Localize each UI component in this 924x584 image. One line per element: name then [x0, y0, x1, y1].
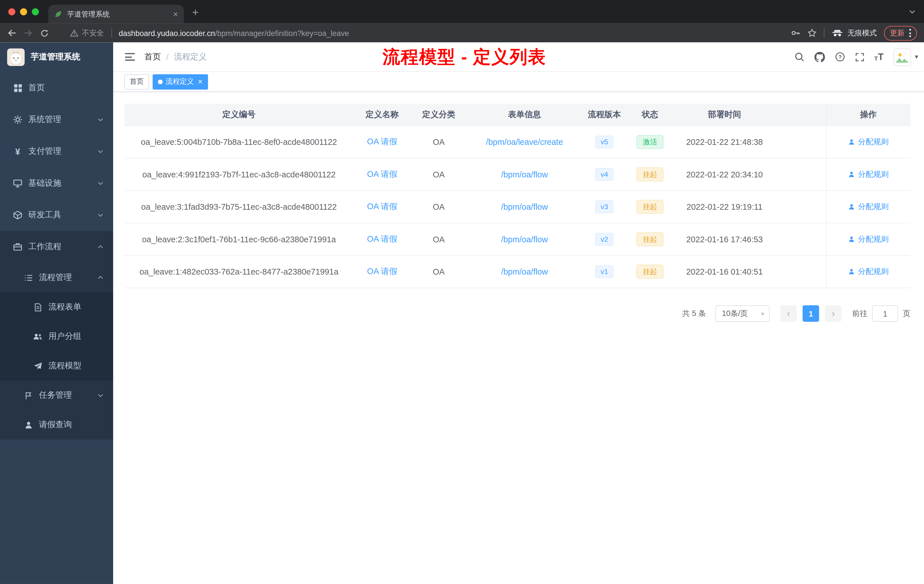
- assign-rule-link[interactable]: 分配规则: [848, 234, 889, 244]
- chevron-down-icon: [97, 212, 104, 218]
- gear-icon: [13, 115, 22, 124]
- tab-close-icon[interactable]: ×: [173, 10, 178, 18]
- sidebar-item-task-management[interactable]: 任务管理: [0, 381, 113, 410]
- avatar: [894, 48, 911, 66]
- assign-rule-link[interactable]: 分配规则: [848, 201, 889, 212]
- current-page-button[interactable]: 1: [803, 305, 819, 322]
- tag-label: 首页: [130, 77, 144, 87]
- form-link[interactable]: /bpm/oa/flow: [501, 234, 548, 244]
- sidebar-item-infrastructure[interactable]: 基础设施: [0, 167, 113, 199]
- sidebar-item-workflow[interactable]: 工作流程: [0, 231, 113, 263]
- fullscreen-icon[interactable]: [855, 52, 864, 62]
- person-icon: [848, 268, 855, 275]
- table-row: oa_leave:2:3c1f0ef1-76b1-11ec-9c66-a2380…: [124, 223, 910, 256]
- forward-button[interactable]: [24, 28, 33, 38]
- column-header: 部署时间: [673, 109, 776, 120]
- reload-button[interactable]: [40, 28, 49, 38]
- sidebar-item-label: 流程表单: [48, 302, 81, 312]
- browser-update-chip[interactable]: 更新: [884, 26, 917, 41]
- minimize-window-button[interactable]: [20, 8, 27, 15]
- form-link[interactable]: /bpm/oa/leave/create: [486, 137, 563, 147]
- tag-process-definition[interactable]: 流程定义 ×: [153, 74, 208, 89]
- sidebar-item-label: 任务管理: [39, 390, 72, 401]
- tag-home[interactable]: 首页: [124, 74, 149, 89]
- sidebar-item-label: 基础设施: [28, 178, 61, 188]
- version-badge: v1: [595, 265, 613, 278]
- cube-icon: [13, 210, 22, 220]
- sidebar-item-home[interactable]: 首页: [0, 72, 113, 104]
- sidebar-item-process-model[interactable]: 流程模型: [0, 351, 113, 381]
- sidebar-item-user-group[interactable]: 用户分组: [0, 322, 113, 351]
- breadcrumb-home[interactable]: 首页: [144, 51, 161, 62]
- assign-rule-link[interactable]: 分配规则: [848, 169, 889, 180]
- version-badge: v3: [595, 200, 613, 213]
- url-path: /bpm/manager/definition?key=oa_leave: [215, 28, 349, 38]
- next-page-button[interactable]: ›: [825, 305, 842, 322]
- back-button[interactable]: [7, 28, 16, 38]
- definition-category: OA: [411, 170, 467, 179]
- breadcrumb: 首页 / 流程定义: [144, 51, 206, 62]
- assign-rule-link[interactable]: 分配规则: [848, 266, 889, 277]
- monitor-icon: [13, 178, 22, 188]
- list-icon: [24, 273, 33, 282]
- bookmark-star-icon[interactable]: [807, 28, 817, 38]
- definition-name-link[interactable]: OA 请假: [367, 169, 398, 178]
- password-key-icon[interactable]: [791, 28, 800, 38]
- header-actions: ? TT ▾: [794, 48, 918, 66]
- user-menu[interactable]: ▾: [894, 48, 918, 66]
- form-link[interactable]: /bpm/oa/flow: [501, 202, 548, 211]
- sidebar-item-leave-query[interactable]: 请假查询: [0, 410, 113, 440]
- sidebar-item-system[interactable]: 系统管理: [0, 104, 113, 135]
- sidebar-item-dev-tools[interactable]: 研发工具: [0, 199, 113, 231]
- chevron-down-icon: [97, 180, 104, 186]
- svg-text:?: ?: [838, 54, 842, 60]
- form-link[interactable]: /bpm/oa/flow: [501, 267, 548, 276]
- zoom-window-button[interactable]: [32, 8, 39, 15]
- github-icon[interactable]: [814, 51, 825, 62]
- new-tab-button[interactable]: +: [192, 6, 198, 17]
- browser-toolbar: 不安全 dashboard.yudao.iocoder.cn/bpm/manag…: [0, 24, 924, 43]
- goto-label: 前往: [852, 308, 868, 319]
- person-icon: [848, 171, 855, 178]
- pagination: 共 5 条 10条/页 ▾ ‹ 1 › 前往 页: [682, 305, 910, 322]
- app-logo[interactable]: 芋道管理系统: [0, 43, 113, 72]
- deploy-time: 2022-01-16 01:40:51: [673, 267, 776, 276]
- column-header: 定义编号: [124, 109, 353, 120]
- tag-close-icon[interactable]: ×: [198, 78, 203, 86]
- close-window-button[interactable]: [8, 8, 15, 15]
- column-header: 流程版本: [582, 109, 627, 120]
- definition-name-link[interactable]: OA 请假: [367, 234, 398, 243]
- status-badge: 挂起: [637, 232, 664, 246]
- sidebar-item-label: 工作流程: [28, 242, 61, 252]
- definition-name-link[interactable]: OA 请假: [367, 201, 398, 211]
- sidebar-item-process-form[interactable]: 流程表单: [0, 292, 113, 322]
- status-badge: 挂起: [637, 200, 664, 214]
- form-link[interactable]: /bpm/oa/flow: [501, 170, 548, 179]
- sidebar-item-process-management[interactable]: 流程管理: [0, 263, 113, 292]
- sidebar-item-label: 流程模型: [48, 361, 81, 371]
- browser-menu-kebab-icon[interactable]: [909, 29, 911, 37]
- warning-triangle-icon: [70, 29, 78, 37]
- definition-name-link[interactable]: OA 请假: [367, 137, 398, 146]
- font-size-icon[interactable]: TT: [874, 52, 884, 62]
- sidebar-item-payment[interactable]: ¥ 支付管理: [0, 135, 113, 167]
- prev-page-button[interactable]: ‹: [780, 305, 797, 322]
- definition-name-link[interactable]: OA 请假: [367, 266, 398, 276]
- page-size-select[interactable]: 10条/页 ▾: [715, 305, 770, 322]
- definition-id: oa_leave:1:482ec033-762a-11ec-8477-a2380…: [124, 267, 353, 276]
- column-header: 状态: [626, 109, 673, 120]
- sidebar-toggle-icon[interactable]: [125, 53, 135, 61]
- sidebar: 芋道管理系统 首页 系统管理 ¥ 支付管理: [0, 43, 113, 584]
- tab-search-chevron-icon[interactable]: [909, 8, 916, 15]
- help-icon[interactable]: ?: [835, 52, 845, 62]
- site-security-chip[interactable]: 不安全: [70, 28, 104, 38]
- sidebar-item-label: 用户分组: [48, 331, 81, 342]
- address-bar[interactable]: dashboard.yudao.iocoder.cn/bpm/manager/d…: [119, 28, 349, 38]
- search-icon[interactable]: [794, 52, 804, 62]
- incognito-badge: 无痕模式: [832, 28, 877, 38]
- chevron-down-icon: [97, 116, 104, 123]
- goto-page-input[interactable]: [872, 305, 898, 322]
- app-title: 芋道管理系统: [31, 52, 80, 63]
- browser-tab[interactable]: 芋道管理系统 ×: [48, 5, 184, 24]
- assign-rule-link[interactable]: 分配规则: [848, 137, 889, 147]
